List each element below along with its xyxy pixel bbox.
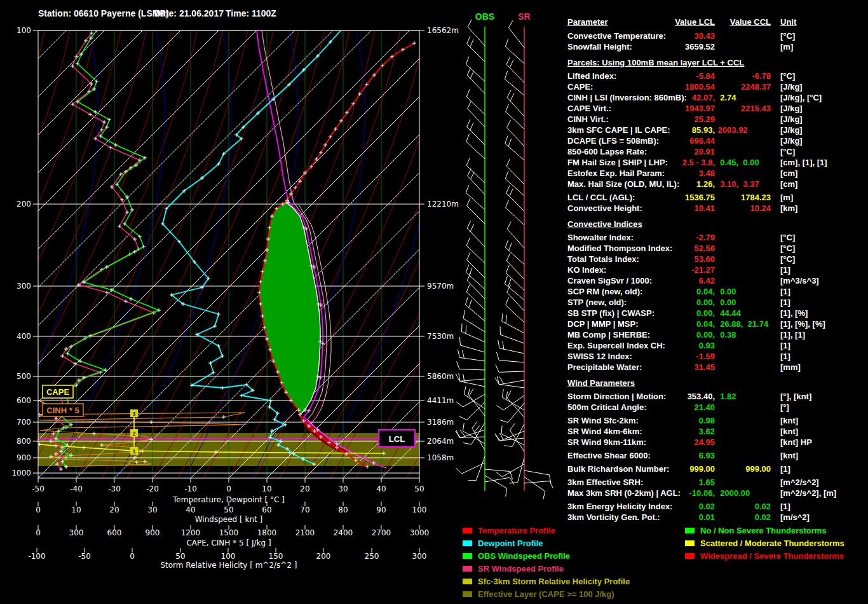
pressure-tick-label: 800 [17, 437, 31, 446]
row-parameter-label: SR Wind 9km-11km: [567, 437, 646, 448]
legend-thunderstorm-risk: No / Non Severe ThunderstormsScattered /… [685, 524, 844, 562]
legend-profiles: Temperature ProfileDewpoint ProfileOBS W… [463, 524, 630, 600]
axis-tick-label: 50 [224, 505, 233, 514]
row-value-lcl: 24.95 [636, 437, 715, 448]
row-unit: [km] [780, 203, 797, 214]
parcel-curve-magenta [257, 31, 288, 202]
row-value-lcl: 3659.52 [636, 41, 715, 52]
table-row: CAPE:1800.542248.37[J/kg] [567, 81, 868, 92]
row-value-extra: 26.88, 21.74 [715, 319, 768, 329]
row-value-lcl: 696.44 [636, 135, 715, 146]
row-unit: [1] [780, 340, 790, 351]
row-value-segment: 3.37 [738, 179, 759, 189]
pressure-tick-label: 600 [17, 396, 31, 405]
row-value-extra: 0.38 [715, 329, 736, 340]
row-value-ccl: 1784.23 [712, 192, 771, 203]
row-value-segment: 2003.92 [715, 125, 748, 135]
legend-profiles-item: Temperature Profile [463, 524, 630, 537]
legend-label: SR Windspeed Profile [478, 564, 564, 573]
table-row: Storm Direction | Motion:353.40, 1.82[°]… [567, 391, 868, 402]
row-unit: [°C] [780, 232, 795, 243]
table-row: SR Wind 4km-6km:3.62[knt] [567, 426, 868, 437]
row-value-lcl: 0.00, [636, 329, 715, 340]
row-value-lcl: 10.41 [636, 203, 715, 214]
row-value-ccl: 2248.37 [712, 81, 771, 92]
row-parameter-label: CINH Virt.: [567, 114, 609, 125]
svg-text:CINH * 5: CINH * 5 [46, 406, 79, 415]
row-unit: [mm] [780, 362, 801, 373]
axis-tick-label: 40 [186, 505, 195, 514]
row-unit: [1] [780, 297, 790, 308]
row-value-lcl: 20.91 [636, 146, 715, 157]
no-non-severe-thunderstorms-swatch [685, 528, 695, 533]
altitude-tick-label: 16562m [427, 26, 459, 35]
srh-km-label: 1 [132, 448, 135, 455]
axis-tick-label: -40 [70, 484, 83, 493]
table-row: Showalter Index:-2.79[°C] [567, 232, 868, 243]
row-value-lcl: 53.60 [636, 254, 715, 264]
table-row: Craven SigSvr / 1000:6.42[m^3/s^3] [567, 275, 868, 286]
legend-profiles-item: OBS Windspeed Profile [463, 549, 630, 562]
legend-label: Effective Layer (CAPE >= 100 J/kg) [478, 589, 614, 599]
obs-wind-panel: OBS [456, 11, 514, 497]
row-value-lcl: 353.40, [636, 391, 715, 402]
row-unit: [1] [780, 501, 790, 512]
row-unit: [J/kg] [780, 125, 803, 135]
row-unit: [knt] [780, 426, 798, 437]
table-row: CINH | LSI (Inversion: 860mB):42.07, 2.7… [567, 92, 868, 103]
row-value-segment: 0.00 [715, 287, 736, 296]
row-value-lcl: 25.29 [636, 114, 715, 125]
row-value-segment: 44.44 [715, 308, 741, 318]
altitude-tick-label: 7530m [427, 332, 454, 341]
axis-tick-label: 30 [147, 505, 157, 514]
effective-layer-cape-100-j-kg--swatch [463, 591, 472, 597]
axis-tick-label: -10 [184, 484, 197, 493]
row-value-lcl: 0.93 [636, 340, 715, 351]
row-parameter-label: SR Wind Sfc-2km: [567, 415, 639, 426]
axis-tick-label: 1800 [257, 528, 277, 537]
altitude-tick-label: 2064m [427, 437, 454, 446]
axis-tick-label: -50 [78, 552, 91, 561]
axis-tick-label: 600 [107, 528, 122, 537]
axis-tick-label: 100 [412, 505, 427, 514]
legend-label: Sfc-3km Storm Relative Helicity Profile [478, 577, 630, 586]
table-row: Lifted Index:-5.84-6.78[°C] [567, 71, 868, 81]
row-value-ccl: 0.02 [712, 512, 771, 523]
row-value-segment: 3.10, [715, 179, 738, 189]
row-value-lcl: 999.00 [636, 463, 715, 474]
axis-tick-label: 50 [175, 552, 185, 561]
axis-title: CAPE, CINH * 5 [ J/kg ] [186, 539, 271, 547]
row-value-lcl: 0.02 [636, 501, 715, 512]
altitude-tick-label: 12210m [427, 200, 459, 209]
legend-profiles-item: Effective Layer (CAPE >= 100 J/kg) [463, 587, 630, 600]
row-value-lcl: 0.04, [636, 286, 715, 297]
row-value-ccl: -6.78 [712, 71, 771, 81]
axis-title: Windspeed [ knt ] [195, 515, 262, 524]
row-value-segment: 26.88, [715, 319, 743, 329]
row-parameter-label: STP (new, old): [567, 297, 627, 308]
table-section-header: Parcels: Using 100mB mean layer LCL + CC… [567, 57, 868, 68]
table-row: SCP RM (new, old):0.04, 0.00[1] [567, 286, 868, 297]
row-value-lcl: 21.40 [636, 402, 715, 413]
row-value-lcl: -5.84 [636, 71, 715, 81]
row-value-lcl: 1.65 [636, 477, 715, 488]
row-value-extra: 44.44 [715, 308, 741, 319]
temperature-profile-swatch [463, 528, 472, 533]
row-unit: [m] [780, 192, 793, 203]
row-value-extra: 0.45, 0.00 [715, 157, 759, 168]
axis-tick-label: -50 [32, 484, 44, 493]
table-row: SR Wind Sfc-2km:0.98[knt] [567, 415, 868, 426]
row-unit: [cm], [1], [1] [780, 157, 827, 168]
axis-tick-label: 300 [412, 552, 427, 561]
axis-title: Storm Relative Helicity [ m^2/s^2 ] [160, 561, 297, 570]
row-value-lcl: 30.43 [636, 31, 715, 41]
row-parameter-label: 500m Critical Angle: [567, 402, 647, 413]
axis-tick-label: 0 [130, 552, 135, 561]
table-row: SWISS 12 Index:-1.59[1] [567, 351, 868, 362]
col-header-value-lcl: Value LCL [636, 17, 715, 27]
row-parameter-label: Snowfall Height: [567, 41, 632, 52]
axis-tick-label: 2700 [372, 528, 391, 537]
row-value-segment: 21.74 [743, 319, 768, 329]
row-unit: [m^2/s^2] [780, 477, 819, 488]
pressure-tick-label: 1000 [11, 469, 31, 477]
